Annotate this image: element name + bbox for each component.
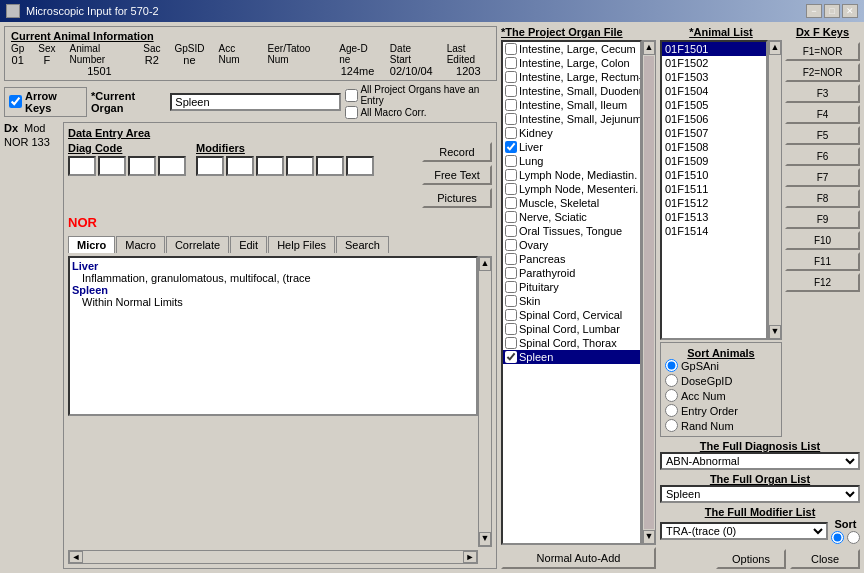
sort-radio-1[interactable] — [831, 531, 844, 544]
all-macro-checkbox[interactable] — [345, 106, 358, 119]
fkey-f3[interactable]: F3 — [785, 84, 860, 103]
animal-item-11[interactable]: 01F1512 — [662, 196, 766, 210]
tab-search[interactable]: Search — [336, 236, 389, 253]
close-button[interactable]: Close — [790, 549, 860, 569]
organ-item-14[interactable]: Ovary — [503, 238, 640, 252]
animal-item-13[interactable]: 01F1514 — [662, 224, 766, 238]
normal-auto-add-button[interactable]: Normal Auto-Add — [501, 547, 656, 569]
last-edited-label: Last Edited — [447, 43, 490, 65]
tab-help-files[interactable]: Help Files — [268, 236, 335, 253]
animal-item-1[interactable]: 01F1502 — [662, 56, 766, 70]
full-modifier-title: The Full Modifier List — [660, 506, 860, 518]
full-organ-select[interactable]: Spleen — [660, 485, 860, 503]
mod-box-5[interactable] — [316, 156, 344, 176]
fkey-f11[interactable]: F11 — [785, 252, 860, 271]
sort-acc-num[interactable]: Acc Num — [665, 389, 777, 402]
fkey-f1[interactable]: F1=NOR — [785, 42, 860, 61]
organ-item-10[interactable]: Lymph Node, Mesenteri. — [503, 182, 640, 196]
current-organ-input[interactable] — [170, 93, 341, 111]
record-button[interactable]: Record — [422, 142, 492, 162]
full-modifier-select[interactable]: TRA-(trace (0) — [660, 522, 828, 540]
organ-item-18[interactable]: Skin — [503, 294, 640, 308]
dx-label: Dx — [4, 122, 18, 134]
pictures-button[interactable]: Pictures — [422, 188, 492, 208]
fkey-f4[interactable]: F4 — [785, 105, 860, 124]
tab-scrollbar-h[interactable]: ◄ ► — [68, 550, 478, 564]
animal-item-4[interactable]: 01F1505 — [662, 98, 766, 112]
tab-macro[interactable]: Macro — [116, 236, 165, 253]
sort-entry-order[interactable]: Entry Order — [665, 404, 777, 417]
diag-code-box-3[interactable] — [128, 156, 156, 176]
animal-item-9[interactable]: 01F1510 — [662, 168, 766, 182]
options-button[interactable]: Options — [716, 549, 786, 569]
fkey-f2[interactable]: F2=NOR — [785, 63, 860, 82]
close-button[interactable]: ✕ — [842, 4, 858, 18]
dx-fkeys-title: Dx F Keys — [785, 26, 860, 38]
fkey-f6[interactable]: F6 — [785, 147, 860, 166]
arrow-keys-checkbox[interactable] — [9, 95, 22, 108]
organ-item-9[interactable]: Lymph Node, Mediastin. — [503, 168, 640, 182]
minimize-button[interactable]: − — [806, 4, 822, 18]
organ-item-2[interactable]: Intestine, Large, Rectum- — [503, 70, 640, 84]
organ-item-7[interactable]: Liver — [503, 140, 640, 154]
organ-item-19[interactable]: Spinal Cord, Cervical — [503, 308, 640, 322]
sort-rand-num[interactable]: Rand Num — [665, 419, 777, 432]
mod-box-1[interactable] — [196, 156, 224, 176]
tab-scrollbar-v[interactable]: ▲ ▼ — [478, 256, 492, 547]
tab-correlate[interactable]: Correlate — [166, 236, 229, 253]
organ-item-22[interactable]: Spleen — [503, 350, 640, 364]
modifiers-label: Modifiers — [196, 142, 412, 154]
organ-item-13[interactable]: Oral Tissues, Tongue — [503, 224, 640, 238]
animal-number-value: 1501 — [87, 65, 111, 77]
diag-code-box-4[interactable] — [158, 156, 186, 176]
organ-item-15[interactable]: Pancreas — [503, 252, 640, 266]
tab-edit[interactable]: Edit — [230, 236, 267, 253]
mod-box-6[interactable] — [346, 156, 374, 176]
sort-radio-2[interactable] — [847, 531, 860, 544]
age-label: Age-D ne — [339, 43, 376, 65]
organ-item-1[interactable]: Intestine, Large, Colon — [503, 56, 640, 70]
fkey-f8[interactable]: F8 — [785, 189, 860, 208]
maximize-button[interactable]: □ — [824, 4, 840, 18]
fkey-f9[interactable]: F9 — [785, 210, 860, 229]
organ-list-scrollbar[interactable]: ▲ ▼ — [642, 40, 656, 545]
animal-item-7[interactable]: 01F1508 — [662, 140, 766, 154]
free-text-button[interactable]: Free Text — [422, 165, 492, 185]
mod-box-2[interactable] — [226, 156, 254, 176]
animal-item-10[interactable]: 01F1511 — [662, 182, 766, 196]
organ-item-17[interactable]: Pituitary — [503, 280, 640, 294]
fkey-f7[interactable]: F7 — [785, 168, 860, 187]
animal-item-5[interactable]: 01F1506 — [662, 112, 766, 126]
organ-item-21[interactable]: Spinal Cord, Thorax — [503, 336, 640, 350]
organ-item-3[interactable]: Intestine, Small, Duodenum — [503, 84, 640, 98]
organ-item-8[interactable]: Lung — [503, 154, 640, 168]
tab-micro[interactable]: Micro — [68, 236, 115, 253]
fkey-f5[interactable]: F5 — [785, 126, 860, 145]
animal-item-6[interactable]: 01F1507 — [662, 126, 766, 140]
organ-item-16[interactable]: Parathyroid — [503, 266, 640, 280]
organ-item-4[interactable]: Intestine, Small, Ileum — [503, 98, 640, 112]
mod-box-3[interactable] — [256, 156, 284, 176]
animal-item-2[interactable]: 01F1503 — [662, 70, 766, 84]
sort-animals-section: Sort Animals GpSAni DoseGpID Acc Num E — [660, 342, 782, 437]
animal-item-3[interactable]: 01F1504 — [662, 84, 766, 98]
sort-dosegpid[interactable]: DoseGpID — [665, 374, 777, 387]
mod-box-4[interactable] — [286, 156, 314, 176]
animal-item-12[interactable]: 01F1513 — [662, 210, 766, 224]
organ-item-11[interactable]: Muscle, Skeletal — [503, 196, 640, 210]
organ-item-6[interactable]: Kidney — [503, 126, 640, 140]
organ-item-20[interactable]: Spinal Cord, Lumbar — [503, 322, 640, 336]
fkey-f12[interactable]: F12 — [785, 273, 860, 292]
animal-item-0[interactable]: 01F1501 — [662, 42, 766, 56]
sort-gpsani[interactable]: GpSAni — [665, 359, 777, 372]
organ-item-12[interactable]: Nerve, Sciatic — [503, 210, 640, 224]
organ-item-5[interactable]: Intestine, Small, Jejunum — [503, 112, 640, 126]
animal-item-8[interactable]: 01F1509 — [662, 154, 766, 168]
diag-code-box-2[interactable] — [98, 156, 126, 176]
fkey-f10[interactable]: F10 — [785, 231, 860, 250]
animal-list-scrollbar[interactable]: ▲ ▼ — [768, 40, 782, 340]
full-diagnosis-select[interactable]: ABN-Abnormal — [660, 452, 860, 470]
all-organs-checkbox[interactable] — [345, 89, 358, 102]
organ-item-0[interactable]: Intestine, Large, Cecum — [503, 42, 640, 56]
diag-code-box-1[interactable] — [68, 156, 96, 176]
